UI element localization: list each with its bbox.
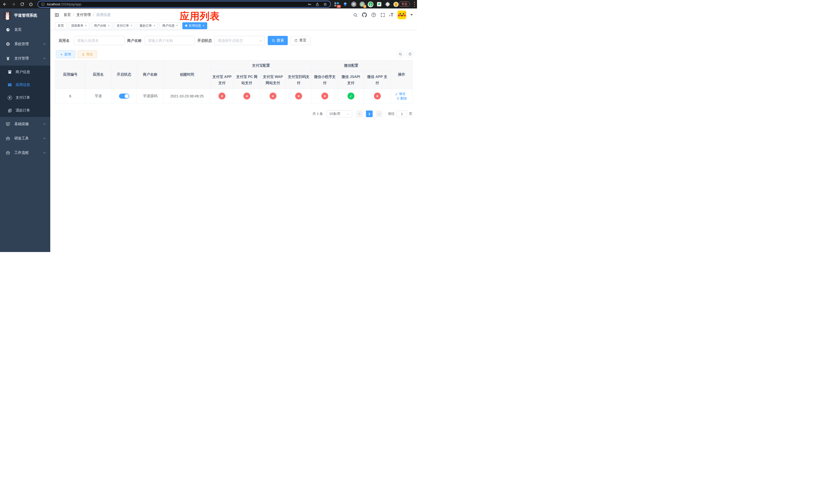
home-icon[interactable]: [29, 2, 33, 6]
close-icon[interactable]: ×: [203, 24, 204, 27]
close-icon[interactable]: ×: [85, 24, 87, 27]
refresh-button[interactable]: [407, 50, 414, 58]
extension-chat-icon[interactable]: [376, 2, 382, 7]
breadcrumb-payment[interactable]: 支付管理: [76, 13, 91, 17]
status-select[interactable]: [214, 36, 265, 45]
goto-page-input[interactable]: [397, 111, 407, 117]
extension-puzzle-icon[interactable]: [385, 2, 390, 7]
collapse-sidebar-icon[interactable]: [54, 13, 59, 18]
col-alipay-pc: 支付宝 PC 网站支付: [234, 71, 260, 89]
help-icon[interactable]: [371, 12, 376, 18]
documents-icon: [7, 109, 12, 113]
sidebar-item-label: 首页: [14, 27, 22, 32]
alipay-pc-status-icon: ×: [243, 93, 250, 99]
browser-update-button[interactable]: 更新: [399, 2, 410, 7]
reload-icon[interactable]: [20, 2, 24, 6]
reset-button[interactable]: 重置: [290, 36, 310, 45]
browser-menu-icon[interactable]: [414, 2, 415, 7]
delete-link[interactable]: 删除: [396, 96, 407, 101]
sidebar-item-label: 研发工具: [14, 136, 29, 141]
sidebar-item-pay-orders[interactable]: ¥ 支付订单: [0, 91, 50, 104]
avatar-caret-icon[interactable]: [410, 14, 413, 16]
sidebar-item-app-info[interactable]: 应用信息: [0, 78, 50, 91]
sidebar-item-payment[interactable]: ¥ 支付管理: [0, 51, 50, 66]
store-icon: [7, 70, 12, 74]
close-icon[interactable]: ×: [176, 24, 178, 27]
font-size-icon[interactable]: тT: [389, 13, 393, 17]
alipay-app-status-icon: ×: [219, 93, 225, 99]
sidebar-item-system[interactable]: 系统管理: [0, 37, 50, 51]
search-icon[interactable]: [353, 13, 358, 18]
share-icon[interactable]: [315, 2, 319, 6]
payment-submenu: 商户信息 应用信息 ¥ 支付订单 退款订单: [0, 66, 50, 117]
chevron-down-icon: [43, 43, 46, 46]
sidebar-item-refund-orders[interactable]: 退款订单: [0, 104, 50, 117]
sidebar-item-label: 工作流程: [14, 151, 29, 155]
search-button[interactable]: 搜索: [268, 36, 288, 45]
table-row: 6 芋道 芋道源码 2021-10-23 08:49:25 × × × × × …: [56, 89, 413, 103]
close-icon[interactable]: ×: [153, 24, 155, 27]
sidebar-item-label: 基础设施: [14, 122, 29, 127]
sidebar-item-merchant-info[interactable]: 商户信息: [0, 66, 50, 78]
sidebar-item-label: 支付订单: [16, 95, 30, 100]
tab-home[interactable]: 首页: [55, 22, 67, 29]
fullscreen-icon[interactable]: [380, 13, 385, 18]
site-info-icon[interactable]: [41, 2, 45, 6]
tab-pay-orders[interactable]: 支付订单×: [114, 22, 135, 29]
key-icon[interactable]: [307, 2, 312, 6]
forward-icon[interactable]: [11, 2, 16, 6]
page-number-button[interactable]: 1: [366, 111, 373, 117]
status-select-input[interactable]: [218, 39, 257, 43]
url-bar[interactable]: localhost:1024/pay/app: [38, 1, 331, 8]
tab-process-form[interactable]: 流程表单×: [68, 22, 89, 29]
tab-refund-orders[interactable]: 退款订单×: [137, 22, 158, 29]
status-toggle[interactable]: [119, 94, 129, 99]
col-actions: 操作: [391, 61, 413, 89]
chevron-down-icon: [43, 137, 46, 140]
extension-gem-icon[interactable]: [343, 2, 348, 7]
url-text: localhost:1024/pay/app: [47, 2, 81, 6]
github-icon[interactable]: [362, 12, 367, 18]
col-app-id: 应用编号: [56, 61, 85, 89]
browser-chrome: localhost:1024/pay/app 10 ⌘ 1: [0, 0, 417, 8]
tab-user-group[interactable]: 用户分组×: [91, 22, 112, 29]
extension-tampermonkey-icon[interactable]: 10: [334, 2, 339, 7]
page-content: 应用名 商户名称 开启状态 搜索 重置: [50, 30, 417, 252]
export-button[interactable]: 导出: [78, 50, 97, 58]
url-path: :1024/pay/app: [60, 2, 81, 6]
extension-recorder-icon[interactable]: 1: [359, 2, 365, 7]
sidebar-item-home[interactable]: 首页: [0, 23, 50, 37]
extension-yudao-icon[interactable]: y: [368, 2, 373, 7]
extension-badge: 10: [337, 5, 341, 8]
page-size-select[interactable]: 10条/页: [327, 110, 352, 117]
cell-created: 2021-10-23 08:49:25: [163, 89, 211, 103]
extension-emoji-icon[interactable]: [393, 2, 399, 7]
prev-page-button[interactable]: [356, 111, 363, 117]
sidebar-item-dev-tools[interactable]: 研发工具: [0, 131, 50, 145]
tab-app-info[interactable]: 应用信息×: [182, 22, 207, 29]
chevron-down-icon: [43, 122, 46, 125]
breadcrumb-home[interactable]: 首页: [64, 13, 71, 17]
close-icon[interactable]: ×: [131, 24, 132, 27]
sidebar-item-infrastructure[interactable]: 基础设施: [0, 117, 50, 131]
user-avatar[interactable]: [397, 10, 406, 19]
back-icon[interactable]: [3, 2, 7, 6]
app-name-input[interactable]: [74, 36, 125, 45]
tab-merchant-info[interactable]: 商户信息×: [159, 22, 181, 29]
close-icon[interactable]: ×: [108, 24, 110, 27]
toggle-search-button[interactable]: [397, 50, 404, 58]
sidebar-item-workflow[interactable]: 工作流程: [0, 145, 50, 160]
merchant-name-input[interactable]: [145, 36, 195, 45]
edit-link[interactable]: 修改: [395, 92, 406, 96]
gear-icon: [5, 42, 11, 46]
breadcrumb-separator: /: [73, 13, 74, 17]
bookmark-star-icon[interactable]: [323, 2, 327, 6]
next-page-button[interactable]: [376, 111, 382, 117]
screen: localhost:1024/pay/app 10 ⌘ 1: [0, 0, 417, 252]
app-name-label: 应用名: [59, 36, 69, 45]
add-button[interactable]: + 新增: [56, 50, 75, 58]
status-label: 开启状态: [197, 36, 212, 45]
pagination: 共 1 条 10条/页 1 前往 页: [313, 110, 412, 117]
col-group-alipay: 支付宝配置: [211, 61, 312, 71]
extension-command-icon[interactable]: ⌘: [351, 2, 356, 7]
